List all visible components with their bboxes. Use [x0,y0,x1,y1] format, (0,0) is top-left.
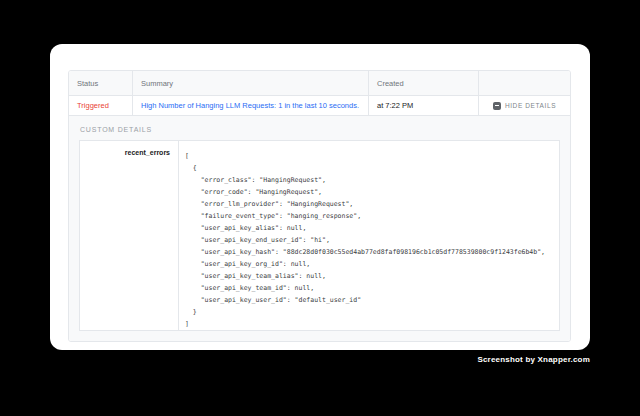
alert-details-card: Status Summary Created Triggered High Nu… [50,44,590,350]
hide-details-button[interactable]: HIDE DETAILS [493,102,556,110]
details-expanded-row: CUSTOM DETAILS recent_errors [ { "error_… [69,116,570,341]
alert-summary-link[interactable]: High Number of Hanging LLM Requests: 1 i… [132,96,368,115]
alerts-table: Status Summary Created Triggered High Nu… [68,70,571,342]
column-header-summary: Summary [132,71,368,95]
column-header-status: Status [69,71,132,95]
alert-table-row: Triggered High Number of Hanging LLM Req… [69,96,570,116]
collapse-minus-icon [493,102,501,110]
recent-errors-key: recent_errors [80,141,179,330]
table-header-row: Status Summary Created [69,71,570,96]
hide-details-label: HIDE DETAILS [505,102,556,109]
created-time: at 7:22 PM [368,96,478,115]
column-header-created: Created [368,71,478,95]
status-badge: Triggered [69,96,132,115]
column-header-actions [478,71,570,95]
xnapper-watermark: Screenshot by Xnapper.com [477,355,590,364]
recent-errors-json: [ { "error_class": "HangingRequest", "er… [179,141,559,330]
custom-details-panel: recent_errors [ { "error_class": "Hangin… [79,140,560,331]
actions-cell: HIDE DETAILS [478,96,570,115]
custom-details-heading: CUSTOM DETAILS [80,126,560,133]
